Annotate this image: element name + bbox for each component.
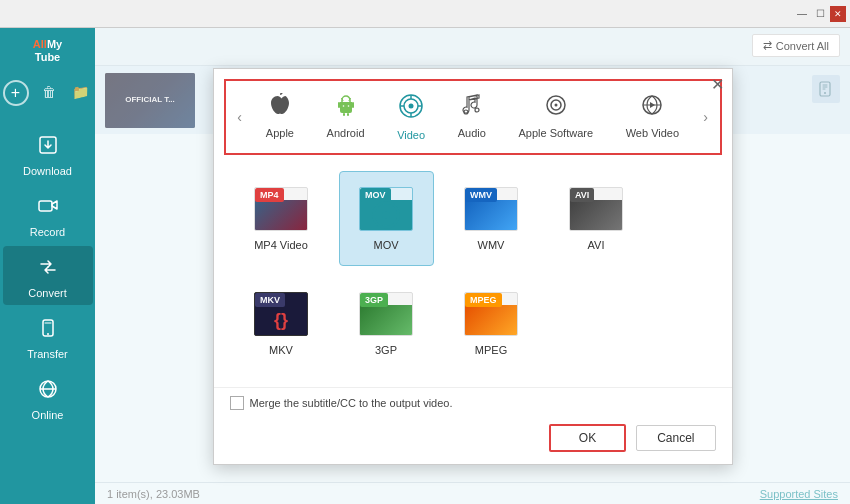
apple-icon: [269, 93, 291, 123]
svg-point-26: [554, 103, 557, 106]
category-tab-video[interactable]: Video: [387, 89, 435, 145]
wmv-label: WMV: [478, 239, 505, 251]
wmv-badge: WMV: [465, 188, 497, 202]
merge-checkbox[interactable]: [230, 396, 244, 410]
format-item-mp4[interactable]: MP4 MP4 Video: [234, 171, 329, 266]
svg-rect-10: [347, 113, 349, 116]
category-tabs: ‹ Apple: [224, 79, 722, 155]
record-icon: [37, 195, 59, 222]
mp4-badge: MP4: [255, 188, 284, 202]
ok-button[interactable]: OK: [549, 424, 626, 452]
video-tab-label: Video: [397, 129, 425, 141]
audio-tab-label: Audio: [458, 127, 486, 139]
web-video-icon: [640, 93, 664, 123]
window-controls: — ☐ ✕: [794, 6, 846, 22]
avi-format-icon: AVI: [569, 185, 623, 233]
mkv-logo: {}: [274, 310, 288, 331]
apple-software-tab-label: Apple Software: [518, 127, 593, 139]
app-logo: AllMyTube: [33, 38, 62, 64]
format-item-wmv[interactable]: WMV WMV: [444, 171, 539, 266]
mov-label: MOV: [373, 239, 398, 251]
sidebar-item-download[interactable]: Download: [3, 124, 93, 183]
cancel-button[interactable]: Cancel: [636, 425, 715, 451]
svg-point-17: [409, 103, 414, 108]
avi-label: AVI: [588, 239, 605, 251]
sidebar-transfer-label: Transfer: [27, 348, 68, 360]
svg-point-11: [342, 105, 344, 107]
main-layout: AllMyTube + 🗑 📁 Download Re: [0, 28, 850, 504]
folder-button[interactable]: 📁: [69, 80, 93, 104]
category-tabs-inner: Apple: [250, 89, 696, 145]
3gp-label: 3GP: [375, 344, 397, 356]
online-icon: [37, 378, 59, 405]
merge-row: Merge the subtitle/CC to the output vide…: [214, 387, 732, 418]
category-next-arrow[interactable]: ›: [696, 87, 716, 147]
mkv-badge: MKV: [255, 293, 285, 307]
format-item-mov[interactable]: MOV MOV: [339, 171, 434, 266]
category-tab-audio[interactable]: Audio: [448, 89, 496, 145]
audio-icon: [461, 93, 483, 123]
android-tab-label: Android: [327, 127, 365, 139]
modal-overlay: ✕ ‹ Apple: [95, 28, 850, 504]
sidebar-record-label: Record: [30, 226, 65, 238]
svg-point-23: [475, 108, 479, 112]
svg-rect-1: [39, 201, 52, 211]
mov-format-icon: MOV: [359, 185, 413, 233]
convert-icon: [37, 256, 59, 283]
mpeg-format-icon: MPEG: [464, 290, 518, 338]
add-button[interactable]: +: [3, 80, 29, 106]
download-icon: [37, 134, 59, 161]
sidebar-convert-label: Convert: [28, 287, 67, 299]
quicktime-wheel: [372, 201, 400, 229]
sidebar: AllMyTube + 🗑 📁 Download Re: [0, 28, 95, 504]
maximize-icon[interactable]: ☐: [812, 6, 828, 22]
title-bar: — ☐ ✕: [0, 0, 850, 28]
video-tab-icon: [398, 93, 424, 125]
mov-badge: MOV: [360, 188, 391, 202]
category-tab-web-video[interactable]: Web Video: [616, 89, 689, 145]
svg-rect-9: [343, 113, 345, 116]
category-tab-apple-software[interactable]: Apple Software: [508, 89, 603, 145]
merge-label: Merge the subtitle/CC to the output vide…: [250, 397, 453, 409]
mp4-format-icon: MP4: [254, 185, 308, 233]
content-area: ⇄ Convert All OFFICIAL T...: [95, 28, 850, 504]
minimize-icon[interactable]: —: [794, 6, 810, 22]
format-item-mkv[interactable]: MKV {} MKV: [234, 276, 329, 371]
sidebar-download-label: Download: [23, 165, 72, 177]
mpeg-badge: MPEG: [465, 293, 502, 307]
apple-tab-label: Apple: [266, 127, 294, 139]
format-item-avi[interactable]: AVI AVI: [549, 171, 644, 266]
delete-button[interactable]: 🗑: [37, 80, 61, 104]
category-prev-arrow[interactable]: ‹: [230, 87, 250, 147]
mkv-label: MKV: [269, 344, 293, 356]
sidebar-item-transfer[interactable]: Transfer: [3, 307, 93, 366]
wmv-format-icon: WMV: [464, 185, 518, 233]
3gp-format-icon: 3GP: [359, 290, 413, 338]
svg-rect-7: [338, 102, 340, 108]
category-tab-android[interactable]: Android: [317, 89, 375, 145]
format-item-3gp[interactable]: 3GP 3GP: [339, 276, 434, 371]
android-icon: [335, 93, 357, 123]
web-video-tab-label: Web Video: [626, 127, 679, 139]
svg-point-3: [47, 333, 49, 335]
format-modal: ✕ ‹ Apple: [213, 68, 733, 465]
close-icon[interactable]: ✕: [830, 6, 846, 22]
apple-software-icon: [544, 93, 568, 123]
modal-close-button[interactable]: ✕: [711, 75, 724, 94]
sidebar-item-online[interactable]: Online: [3, 368, 93, 427]
transfer-icon: [37, 317, 59, 344]
mkv-format-icon: MKV {}: [254, 290, 308, 338]
format-grid: MP4 MP4 Video MOV: [214, 155, 732, 387]
3gp-badge: 3GP: [360, 293, 388, 307]
sidebar-item-convert[interactable]: Convert: [3, 246, 93, 305]
modal-button-row: OK Cancel: [214, 418, 732, 464]
mpeg-label: MPEG: [475, 344, 507, 356]
category-tab-apple[interactable]: Apple: [256, 89, 304, 145]
sidebar-item-record[interactable]: Record: [3, 185, 93, 244]
sidebar-online-label: Online: [32, 409, 64, 421]
format-item-mpeg[interactable]: MPEG MPEG: [444, 276, 539, 371]
mp4-label: MP4 Video: [254, 239, 308, 251]
svg-point-12: [347, 105, 349, 107]
svg-rect-8: [352, 102, 354, 108]
avi-badge: AVI: [570, 188, 594, 202]
